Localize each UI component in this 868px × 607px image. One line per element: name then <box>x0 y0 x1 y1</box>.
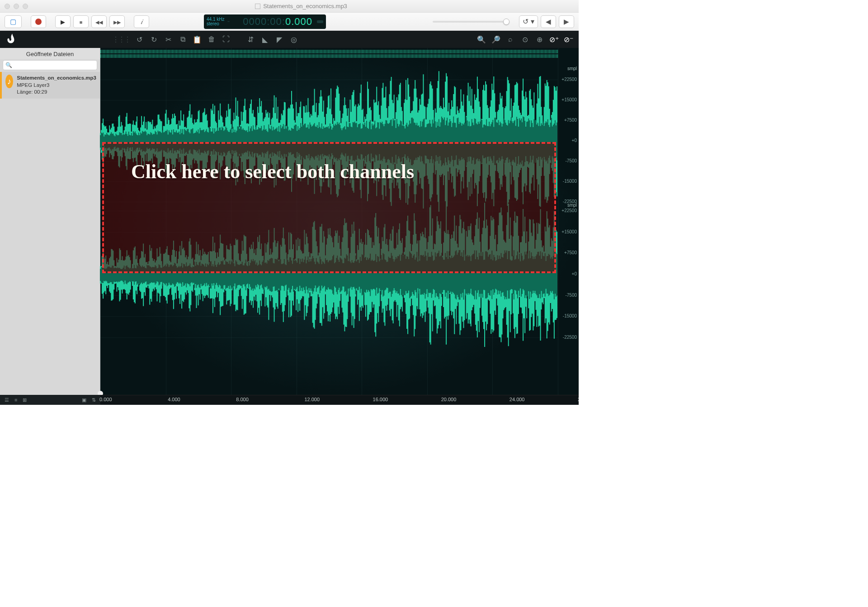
marker-add-icon[interactable]: ⊘⁺ <box>549 34 559 44</box>
zoom-out-icon[interactable]: 🔎 <box>491 34 501 44</box>
time-tick: 4.000 <box>168 397 180 402</box>
grid-view-icon[interactable]: ⊞ <box>23 397 27 403</box>
delete-icon[interactable]: 🗑 <box>207 34 217 44</box>
normalize-icon[interactable]: ⇵ <box>245 34 255 44</box>
amp-tick: -7500 <box>565 293 577 298</box>
time-tick: 16.000 <box>373 397 388 402</box>
sidebar-title: Geöffnete Dateien <box>0 48 100 59</box>
search-field[interactable] <box>12 62 94 68</box>
amp-tick: +0 <box>572 138 577 143</box>
record-button[interactable] <box>31 15 46 28</box>
window-controls[interactable] <box>5 4 28 9</box>
undo-nav-back-button[interactable]: ◀ <box>541 15 556 28</box>
zoom-fit-icon[interactable]: ⊙ <box>520 34 530 44</box>
time-tick: 28.000 <box>578 397 579 402</box>
redo-icon[interactable]: ↻ <box>149 34 159 44</box>
volume-thumb[interactable] <box>503 19 509 25</box>
rewind-button[interactable] <box>91 15 107 28</box>
list-view-icon[interactable]: ☰ <box>5 397 9 403</box>
overview-strip[interactable] <box>100 49 558 59</box>
paste-icon[interactable]: 📋 <box>192 34 202 44</box>
channels-label: stereo <box>207 22 224 26</box>
sort-icon[interactable]: ⇅ <box>92 397 96 403</box>
zoom-vert-icon[interactable]: ⊕ <box>534 34 544 44</box>
time-ruler[interactable]: 0.0004.0008.00012.00016.00020.00024.0002… <box>100 395 579 405</box>
amp-tick: +22500 <box>561 77 577 82</box>
min-dot[interactable] <box>14 4 19 9</box>
toolbar-grip-icon[interactable]: ⋮⋮⋮ <box>112 35 130 44</box>
amp-tick: +7500 <box>564 250 577 255</box>
file-type-icon <box>255 4 260 9</box>
edit-toolbar: ⋮⋮⋮ ↺ ↻ ✂ ⧉ 📋 🗑 ⛶ ⇵ ◣ ◤ ◎ 🔍 🔎 ⌕ ⊙ ⊕ ⊘⁺ ⊘… <box>0 31 579 48</box>
panel-toggle-button[interactable] <box>5 15 22 28</box>
counter-digits: 0000:00:0.000 <box>243 16 312 28</box>
transport-toolbar: 44.1 kHz stereo - 0000:00:0.000 ↺ ▾ ◀ ▶ <box>0 13 579 31</box>
window-titlebar: Statements_on_economics.mp3 <box>0 0 579 13</box>
amp-tick: +7500 <box>564 118 577 123</box>
effect-icon[interactable]: ◎ <box>289 34 299 44</box>
copy-icon[interactable]: ⧉ <box>178 34 188 44</box>
amp-tick: -15000 <box>563 313 577 318</box>
annotation-highlight[interactable]: Click here to select both channels <box>102 142 556 273</box>
amp-tick: +22500 <box>561 208 577 213</box>
close-dot[interactable] <box>5 4 10 9</box>
forward-button[interactable] <box>109 15 125 28</box>
annotation-text: Click here to select both channels <box>131 156 536 189</box>
undo-nav-fwd-button[interactable]: ▶ <box>559 15 574 28</box>
sidebar-search-input[interactable]: 🔍 <box>3 60 97 70</box>
zoom-sel-icon[interactable]: ⌕ <box>505 34 515 44</box>
audio-file-icon: ♪ <box>5 75 13 88</box>
file-format: MPEG Layer3 <box>17 82 96 89</box>
amp-tick: -22500 <box>563 335 577 340</box>
zoom-dot[interactable] <box>23 4 28 9</box>
file-list-item[interactable]: ♪ Statements_on_economics.mp3 MPEG Layer… <box>0 72 100 99</box>
file-length: Länge: 00:29 <box>17 89 96 96</box>
fade-out-icon[interactable]: ◤ <box>274 34 284 44</box>
volume-slider[interactable] <box>433 21 509 23</box>
counter-loop-icon <box>317 20 323 23</box>
time-tick: 0.000 <box>99 397 112 402</box>
amp-tick: -15000 <box>563 179 577 184</box>
amp-tick: -7500 <box>565 158 577 163</box>
stop-button[interactable] <box>73 15 89 28</box>
amplitude-ruler: smpl smpl +22500+15000+7500+0-7500-15000… <box>558 48 579 395</box>
time-tick: 12.000 <box>304 397 320 402</box>
file-name: Statements_on_economics.mp3 <box>17 75 96 82</box>
amp-tick: +0 <box>572 271 577 276</box>
marker-del-icon[interactable]: ⊘⁻ <box>563 34 573 44</box>
info-button[interactable] <box>134 15 149 28</box>
amp-tick: +15000 <box>561 229 577 234</box>
bottom-bar: ☰ ≡ ⊞ ▣ ⇅ 0.0004.0008.00012.00016.00020.… <box>0 395 579 405</box>
zoom-in-icon[interactable]: 🔍 <box>476 34 486 44</box>
history-button[interactable]: ↺ ▾ <box>519 15 538 28</box>
amp-tick: +15000 <box>561 97 577 102</box>
time-tick: 24.000 <box>509 397 525 402</box>
column-view-icon[interactable]: ≡ <box>14 397 17 403</box>
time-tick: 8.000 <box>236 397 249 402</box>
image-view-icon[interactable]: ▣ <box>82 397 86 403</box>
play-button[interactable] <box>55 15 71 28</box>
cut-icon[interactable]: ✂ <box>163 34 173 44</box>
waveform-area[interactable]: Click here to select both channels smpl … <box>100 48 579 395</box>
crop-icon[interactable]: ⛶ <box>221 34 231 44</box>
sidebar: Geöffnete Dateien 🔍 ♪ Statements_on_econ… <box>0 48 100 395</box>
app-logo-icon <box>5 33 17 46</box>
view-mode-controls: ☰ ≡ ⊞ ▣ ⇅ <box>0 395 100 405</box>
fade-in-icon[interactable]: ◣ <box>260 34 270 44</box>
sample-rate-label: 44.1 kHz <box>207 17 224 22</box>
time-counter: 44.1 kHz stereo - 0000:00:0.000 <box>204 14 326 29</box>
window-title: Statements_on_economics.mp3 <box>28 3 574 9</box>
search-icon: 🔍 <box>5 62 12 68</box>
amp-tick: -22500 <box>563 199 577 204</box>
time-tick: 20.000 <box>441 397 457 402</box>
undo-icon[interactable]: ↺ <box>134 34 144 44</box>
